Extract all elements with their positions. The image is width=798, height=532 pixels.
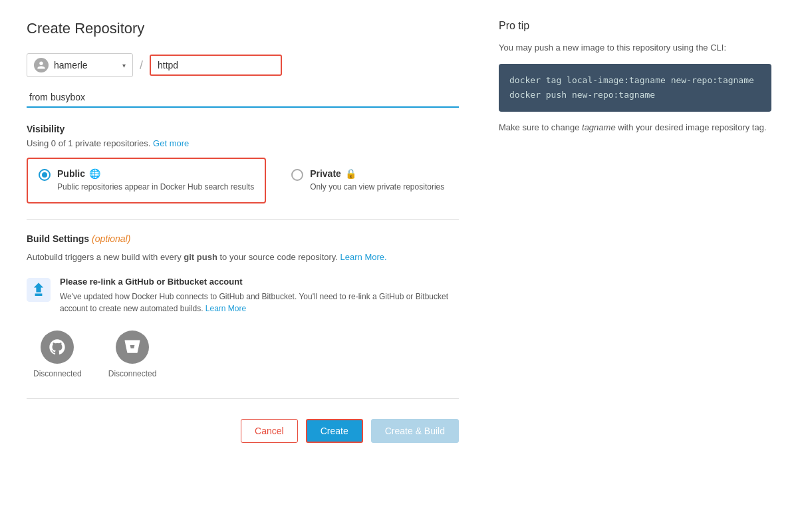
lock-icon: 🔒 bbox=[345, 168, 356, 179]
relink-text: Please re-link a GitHub or Bitbucket acc… bbox=[60, 277, 459, 315]
relink-icon bbox=[27, 278, 51, 302]
public-radio bbox=[39, 169, 51, 181]
bitbucket-connect-option[interactable]: Disconnected bbox=[108, 331, 157, 378]
private-repo-info: Using 0 of 1 private repositories. Get m… bbox=[27, 138, 459, 148]
visibility-options: Public 🌐 Public repositories appear in D… bbox=[27, 158, 459, 203]
private-option-content: Private 🔒 Only you can view private repo… bbox=[310, 168, 444, 193]
private-option-desc: Only you can view private repositories bbox=[310, 182, 444, 193]
divider-1 bbox=[27, 219, 459, 220]
description-wrapper bbox=[27, 88, 459, 108]
optional-label: (optional) bbox=[92, 233, 130, 244]
page-title: Create Repository bbox=[27, 20, 459, 37]
visibility-public-option[interactable]: Public 🌐 Public repositories appear in D… bbox=[27, 158, 266, 203]
chevron-down-icon: ▾ bbox=[122, 62, 126, 69]
globe-icon: 🌐 bbox=[89, 168, 100, 179]
relink-body: We've updated how Docker Hub connects to… bbox=[60, 291, 459, 315]
description-input[interactable] bbox=[27, 88, 459, 108]
namespace-label: hamerle bbox=[54, 60, 117, 70]
github-connect-option[interactable]: Disconnected bbox=[33, 331, 82, 378]
pro-tip-footer: Make sure to change tagname with your de… bbox=[499, 121, 771, 134]
right-panel: Pro tip You may push a new image to this… bbox=[485, 20, 771, 512]
tagname-italic: tagname bbox=[582, 122, 616, 132]
repo-name-row: hamerle ▾ / bbox=[27, 53, 459, 77]
code-line-1: docker tag local-image:tagname new-repo:… bbox=[509, 73, 761, 88]
pro-tip-desc: You may push a new image to this reposit… bbox=[499, 41, 771, 55]
public-option-desc: Public repositories appear in Docker Hub… bbox=[57, 182, 254, 193]
visibility-private-option[interactable]: Private 🔒 Only you can view private repo… bbox=[279, 158, 456, 203]
relink-title: Please re-link a GitHub or Bitbucket acc… bbox=[60, 277, 459, 287]
bitbucket-icon bbox=[116, 331, 149, 364]
divider-2 bbox=[27, 398, 459, 399]
build-settings-title: Build Settings (optional) bbox=[27, 233, 459, 244]
repo-name-input-wrapper bbox=[150, 55, 282, 76]
create-build-button: Create & Build bbox=[371, 419, 459, 443]
learn-more-link[interactable]: Learn More. bbox=[340, 252, 387, 262]
github-icon bbox=[41, 331, 74, 364]
build-settings-section: Build Settings (optional) Autobuild trig… bbox=[27, 233, 459, 379]
relink-learn-more-link[interactable]: Learn More bbox=[205, 304, 246, 313]
namespace-select[interactable]: hamerle ▾ bbox=[27, 53, 133, 77]
repo-name-input[interactable] bbox=[158, 60, 274, 70]
autobuild-desc: Autobuild triggers a new build with ever… bbox=[27, 251, 459, 264]
slash-divider: / bbox=[140, 59, 143, 72]
create-button[interactable]: Create bbox=[306, 419, 363, 443]
connect-options: Disconnected Disconnected bbox=[27, 331, 459, 378]
visibility-section: Visibility Using 0 of 1 private reposito… bbox=[27, 124, 459, 203]
relink-notice: Please re-link a GitHub or Bitbucket acc… bbox=[27, 277, 459, 315]
public-option-title: Public 🌐 bbox=[57, 168, 254, 179]
cancel-button[interactable]: Cancel bbox=[241, 419, 298, 443]
bitbucket-label: Disconnected bbox=[108, 369, 157, 378]
action-row: Cancel Create Create & Build bbox=[27, 412, 459, 443]
namespace-avatar bbox=[34, 58, 49, 72]
visibility-label: Visibility bbox=[27, 124, 459, 134]
private-radio bbox=[291, 169, 303, 181]
code-line-2: docker push new-repo:tagname bbox=[509, 88, 761, 102]
github-label: Disconnected bbox=[33, 369, 82, 378]
get-more-link[interactable]: Get more bbox=[153, 138, 189, 148]
private-option-title: Private 🔒 bbox=[310, 168, 444, 179]
user-avatar-icon bbox=[37, 61, 46, 70]
public-option-content: Public 🌐 Public repositories appear in D… bbox=[57, 168, 254, 193]
code-block: docker tag local-image:tagname new-repo:… bbox=[499, 64, 771, 112]
pro-tip-title: Pro tip bbox=[499, 20, 771, 32]
